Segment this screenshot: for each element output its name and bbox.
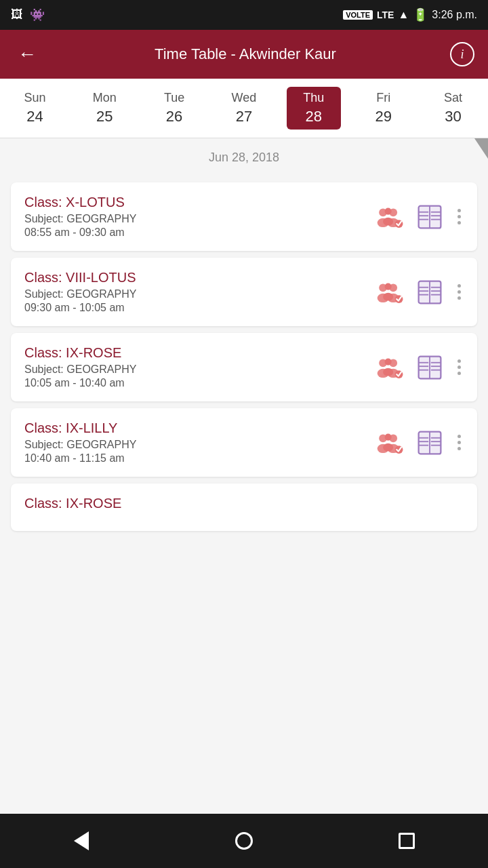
nav-recents-button[interactable] xyxy=(386,827,427,854)
day-num: 28 xyxy=(306,108,322,125)
card-actions xyxy=(376,353,464,382)
day-name: Thu xyxy=(303,91,324,105)
day-selector: Sun 24 Mon 25 Tue 26 Wed 27 Thu 28 Fri 2… xyxy=(0,79,488,138)
app-bar: ← Time Table - Akwinder Kaur i xyxy=(0,30,488,79)
schedule-card: Class: IX-ROSE xyxy=(11,484,477,531)
schedule-card: Class: IX-ROSE Subject: GEOGRAPHY 10:05 … xyxy=(11,333,477,401)
time-range: 10:40 am - 11:15 am xyxy=(24,452,376,465)
card-info: Class: IX-ROSE Subject: GEOGRAPHY 10:05 … xyxy=(24,345,376,389)
more-dot-2 xyxy=(458,366,461,369)
day-num: 24 xyxy=(26,108,43,125)
class-name: Class: IX-LILLY xyxy=(24,420,376,436)
svg-point-53 xyxy=(383,443,393,451)
day-item-sun[interactable]: Sun 24 xyxy=(7,87,62,130)
more-dot-3 xyxy=(458,372,461,375)
class-name: Class: IX-ROSE xyxy=(24,496,464,511)
date-header: Jun 28, 2018 xyxy=(0,138,488,177)
card-actions xyxy=(376,278,464,307)
time-range: 08:55 am - 09:30 am xyxy=(24,226,376,239)
recents-square-icon xyxy=(399,833,415,849)
attendance-icon[interactable] xyxy=(376,278,405,307)
more-dot-3 xyxy=(458,221,461,224)
nav-home-button[interactable] xyxy=(224,827,264,854)
attendance-icon[interactable] xyxy=(376,429,405,457)
svg-point-52 xyxy=(385,433,392,440)
schedule-card: Class: X-LOTUS Subject: GEOGRAPHY 08:55 … xyxy=(11,182,477,251)
subject-label: Subject: GEOGRAPHY xyxy=(24,439,376,451)
app-title: Time Table - Akwinder Kaur xyxy=(54,45,436,63)
day-name: Mon xyxy=(93,91,117,105)
lte-label: LTE xyxy=(377,9,394,20)
home-circle-icon xyxy=(235,832,253,850)
class-name: Class: IX-ROSE xyxy=(24,345,376,361)
book-icon[interactable] xyxy=(415,278,444,307)
battery-icon: 🔋 xyxy=(413,7,428,22)
day-item-fri[interactable]: Fri 29 xyxy=(357,87,411,130)
day-name: Tue xyxy=(164,91,184,105)
more-options-button[interactable] xyxy=(455,357,464,378)
card-info: Class: X-LOTUS Subject: GEOGRAPHY 08:55 … xyxy=(24,195,376,239)
attendance-icon[interactable] xyxy=(376,203,405,231)
svg-point-21 xyxy=(383,292,393,300)
day-item-wed[interactable]: Wed 27 xyxy=(217,87,271,130)
class-name: Class: X-LOTUS xyxy=(24,195,376,210)
subject-label: Subject: GEOGRAPHY xyxy=(24,213,376,225)
svg-point-5 xyxy=(383,217,393,225)
day-item-thu[interactable]: Thu 28 xyxy=(287,87,341,130)
card-info: Class: IX-ROSE xyxy=(24,496,464,514)
book-icon[interactable] xyxy=(415,429,444,457)
svg-point-20 xyxy=(385,283,392,290)
bottom-nav xyxy=(0,814,488,868)
info-button[interactable]: i xyxy=(450,42,474,66)
signal-icon: ▲ xyxy=(398,9,409,21)
card-info: Class: VIII-LOTUS Subject: GEOGRAPHY 09:… xyxy=(24,270,376,314)
back-button[interactable]: ← xyxy=(14,43,41,65)
svg-point-4 xyxy=(385,208,392,214)
more-dot-2 xyxy=(458,290,461,294)
status-bar-left-icons: 🖼 👾 xyxy=(11,7,45,22)
more-dot-1 xyxy=(458,284,461,288)
triangle-indicator xyxy=(474,138,488,159)
attendance-icon[interactable] xyxy=(376,353,405,382)
day-name: Wed xyxy=(232,91,257,105)
more-dot-3 xyxy=(458,447,461,450)
book-icon[interactable] xyxy=(415,203,444,231)
day-num: 29 xyxy=(375,108,391,125)
status-time: 3:26 p.m. xyxy=(432,9,477,21)
notification-icon: 👾 xyxy=(30,7,45,22)
more-options-button[interactable] xyxy=(455,281,464,302)
more-dot-2 xyxy=(458,215,461,218)
schedule-card: Class: VIII-LOTUS Subject: GEOGRAPHY 09:… xyxy=(11,258,477,326)
more-dot-3 xyxy=(458,296,461,300)
time-range: 09:30 am - 10:05 am xyxy=(24,302,376,314)
subject-label: Subject: GEOGRAPHY xyxy=(24,288,376,300)
back-triangle-icon xyxy=(74,831,89,850)
subject-label: Subject: GEOGRAPHY xyxy=(24,363,376,376)
day-num: 30 xyxy=(445,108,461,125)
volte-badge: VOLTE xyxy=(343,10,373,20)
day-num: 26 xyxy=(166,108,182,125)
more-dot-1 xyxy=(458,359,461,363)
book-icon[interactable] xyxy=(415,353,444,382)
svg-point-37 xyxy=(383,368,393,376)
card-actions xyxy=(376,429,464,457)
svg-point-36 xyxy=(385,358,392,365)
day-item-mon[interactable]: Mon 25 xyxy=(77,87,131,130)
nav-back-button[interactable] xyxy=(61,827,102,854)
more-options-button[interactable] xyxy=(455,432,464,453)
day-num: 25 xyxy=(96,108,113,125)
schedule-card: Class: IX-LILLY Subject: GEOGRAPHY 10:40… xyxy=(11,408,477,477)
day-item-sat[interactable]: Sat 30 xyxy=(426,87,480,130)
more-options-button[interactable] xyxy=(455,206,464,227)
photo-icon: 🖼 xyxy=(11,7,23,22)
day-item-tue[interactable]: Tue 26 xyxy=(147,87,201,130)
date-label: Jun 28, 2018 xyxy=(209,151,279,165)
day-name: Sat xyxy=(444,91,462,105)
day-name: Sun xyxy=(24,91,45,105)
more-dot-2 xyxy=(458,441,461,444)
schedule-list: Class: X-LOTUS Subject: GEOGRAPHY 08:55 … xyxy=(0,177,488,814)
class-name: Class: VIII-LOTUS xyxy=(24,270,376,285)
more-dot-1 xyxy=(458,435,461,438)
day-name: Fri xyxy=(376,91,390,105)
status-bar: 🖼 👾 VOLTE LTE ▲ 🔋 3:26 p.m. xyxy=(0,0,488,30)
